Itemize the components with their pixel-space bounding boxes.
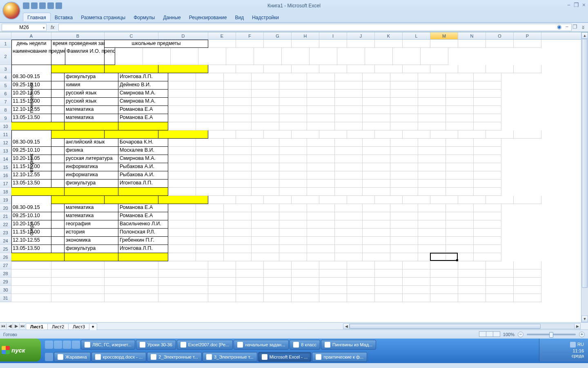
cell[interactable] — [168, 98, 196, 106]
cell[interactable] — [363, 98, 390, 106]
row-header[interactable]: 19 — [0, 196, 11, 204]
cell[interactable] — [319, 65, 347, 73]
cell[interactable] — [335, 122, 363, 130]
cell[interactable] — [279, 237, 307, 245]
cell[interactable]: школьные предметы — [105, 40, 208, 48]
ribbon-tab-надстройки[interactable]: Надстройки — [248, 13, 283, 21]
cell[interactable] — [363, 163, 390, 171]
cell[interactable] — [307, 188, 335, 196]
cell[interactable] — [208, 269, 236, 278]
cell[interactable]: Смирнова М.А. — [118, 90, 168, 98]
cell[interactable] — [224, 171, 252, 180]
cell[interactable] — [418, 220, 446, 229]
cell[interactable] — [252, 253, 279, 261]
cell[interactable] — [390, 237, 418, 245]
tray-time[interactable]: 11:16 — [572, 348, 584, 353]
cell[interactable] — [363, 245, 390, 253]
taskbar-item[interactable]: начальные задан... — [234, 340, 289, 350]
cell[interactable] — [363, 90, 390, 98]
cell[interactable] — [254, 48, 282, 65]
cell[interactable]: информатика — [65, 163, 118, 171]
cell[interactable] — [418, 147, 446, 155]
cell[interactable] — [347, 286, 375, 294]
cell[interactable] — [446, 188, 474, 196]
cell[interactable] — [158, 196, 208, 204]
cell[interactable] — [363, 106, 390, 114]
cell[interactable]: Гребенкин П.Г. — [118, 237, 168, 245]
cell[interactable] — [390, 229, 418, 237]
cell[interactable] — [390, 73, 418, 81]
cell[interactable] — [196, 180, 224, 188]
cell[interactable] — [158, 261, 208, 269]
cell[interactable]: Рыбакова А.И. — [118, 171, 168, 180]
row-header[interactable]: 22 — [0, 220, 11, 229]
office-button[interactable] — [2, 2, 20, 20]
cell[interactable] — [375, 269, 403, 278]
cell[interactable]: Игонтова Л.П. — [118, 73, 168, 81]
cell[interactable] — [208, 196, 236, 204]
cell[interactable] — [279, 98, 307, 106]
cell[interactable] — [264, 294, 292, 302]
cell[interactable] — [105, 261, 158, 269]
cell[interactable] — [252, 204, 279, 212]
taskbar-item[interactable]: 3_Электронные т... — [203, 352, 257, 362]
cell[interactable] — [430, 278, 458, 286]
cell[interactable] — [65, 188, 118, 196]
select-all-corner[interactable] — [0, 32, 11, 39]
cell[interactable] — [252, 155, 279, 163]
cell[interactable] — [486, 278, 514, 286]
cell[interactable] — [418, 188, 446, 196]
cell[interactable] — [196, 237, 224, 245]
cell[interactable] — [292, 65, 319, 73]
cell[interactable] — [252, 171, 279, 180]
cell[interactable] — [168, 73, 196, 81]
cell[interactable] — [486, 196, 514, 204]
cell[interactable] — [279, 139, 307, 147]
sheet-tab[interactable]: Лист1 — [26, 323, 48, 330]
cell[interactable] — [252, 90, 279, 98]
cell[interactable] — [319, 130, 347, 139]
cell[interactable] — [196, 229, 224, 237]
cell[interactable] — [514, 278, 541, 286]
cell[interactable] — [403, 130, 430, 139]
cell[interactable] — [390, 90, 418, 98]
cell[interactable] — [319, 278, 347, 286]
cell[interactable] — [307, 253, 335, 261]
cell[interactable] — [307, 237, 335, 245]
cell[interactable] — [224, 245, 252, 253]
cell[interactable] — [196, 90, 224, 98]
redo-icon[interactable] — [39, 2, 46, 9]
cell[interactable] — [390, 204, 418, 212]
cell[interactable] — [105, 269, 158, 278]
cell[interactable] — [418, 106, 446, 114]
row-header[interactable]: 5 — [0, 81, 11, 90]
taskbar-item[interactable]: 2_Электронные т... — [147, 352, 202, 362]
row-header[interactable]: 28 — [0, 269, 11, 278]
cell[interactable] — [196, 122, 224, 130]
cell[interactable] — [363, 237, 390, 245]
cell[interactable] — [365, 48, 393, 65]
cell[interactable] — [418, 253, 446, 261]
preview-icon[interactable] — [56, 2, 62, 9]
cell[interactable] — [307, 171, 335, 180]
cell[interactable] — [105, 196, 158, 204]
cell[interactable] — [292, 130, 319, 139]
cell[interactable] — [458, 294, 486, 302]
scroll-down-icon[interactable]: ▼ — [581, 316, 588, 322]
taskbar-item[interactable]: 8 класс — [290, 340, 320, 350]
row-header[interactable]: 12 — [0, 139, 11, 147]
cell[interactable] — [264, 278, 292, 286]
vertical-scrollbar[interactable]: ▲ ▼ — [581, 32, 588, 322]
cell[interactable] — [279, 220, 307, 229]
cell[interactable] — [236, 40, 264, 48]
ribbon-tab-вид[interactable]: Вид — [231, 13, 248, 21]
cell[interactable] — [168, 139, 196, 147]
cell[interactable] — [224, 139, 252, 147]
cell[interactable] — [224, 98, 252, 106]
cell[interactable] — [307, 122, 335, 130]
cell[interactable] — [474, 245, 501, 253]
row-header[interactable]: 13 — [0, 147, 11, 155]
cell[interactable] — [390, 81, 418, 90]
cell[interactable] — [252, 73, 279, 81]
cell[interactable] — [403, 294, 430, 302]
